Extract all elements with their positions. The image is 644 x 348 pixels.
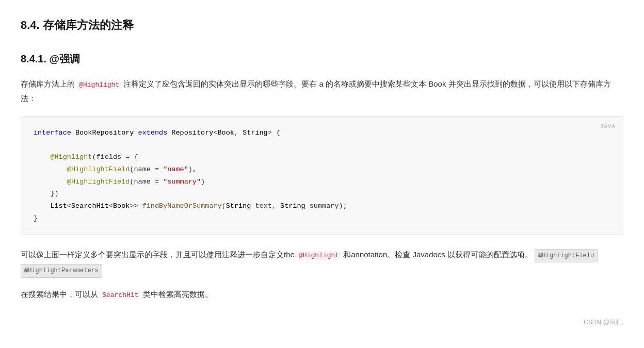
inline-code-highlight2: @Highlight xyxy=(297,251,341,260)
code-block: interface BookRepository extends Reposit… xyxy=(34,127,610,224)
inline-code-searchhit: SearchHit xyxy=(100,291,140,300)
tag-highlight-field: @HighlightField xyxy=(535,249,598,262)
footer-brand: CSDN @阿杆. xyxy=(21,317,623,327)
section-title: 8.4.1. @强调 xyxy=(21,50,623,68)
tag-highlight-parameters: @HighlightParameters xyxy=(21,264,102,277)
inline-code-highlight: @Highlight xyxy=(77,80,121,89)
paragraph-2: 可以像上面一样定义多个要突出显示的字段，并且可以使用注释进一步自定义the @H… xyxy=(21,247,623,277)
code-block-container: JAVA interface BookRepository extends Re… xyxy=(21,116,623,235)
paragraph-3: 在搜索结果中，可以从 SearchHit 类中检索高亮数据。 xyxy=(21,287,623,302)
page-title: 8.4. 存储库方法的注释 xyxy=(21,15,623,35)
paragraph-1: 存储库方法上的 @Highlight 注释定义了应包含返回的实体突出显示的哪些字… xyxy=(21,77,623,106)
code-lang-label: JAVA xyxy=(600,122,616,131)
